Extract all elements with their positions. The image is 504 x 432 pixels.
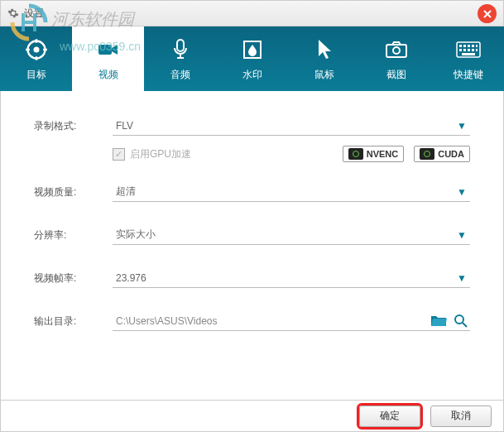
svg-rect-5 bbox=[98, 45, 112, 55]
keyboard-icon bbox=[455, 36, 482, 63]
gpu-checkbox[interactable]: ✓ bbox=[113, 148, 125, 161]
gpu-label: 启用GPU加速 bbox=[130, 147, 333, 161]
svg-point-22 bbox=[455, 315, 463, 324]
camera-icon bbox=[383, 36, 410, 63]
search-icon[interactable] bbox=[454, 314, 468, 329]
microphone-icon bbox=[167, 36, 194, 63]
tab-label: 水印 bbox=[242, 68, 262, 82]
svg-point-4 bbox=[33, 46, 39, 52]
svg-rect-15 bbox=[476, 45, 478, 47]
svg-rect-18 bbox=[468, 49, 470, 51]
tab-label: 视频 bbox=[98, 68, 118, 82]
tabs: 目标 视频 音频 水印 鼠标 截图 快捷键 bbox=[0, 26, 504, 91]
gear-icon bbox=[7, 7, 19, 19]
close-icon[interactable] bbox=[478, 4, 497, 23]
tab-label: 目标 bbox=[26, 68, 46, 82]
fps-value: 23.976 bbox=[116, 272, 146, 284]
tab-label: 快捷键 bbox=[454, 68, 483, 82]
tab-label: 鼠标 bbox=[314, 68, 334, 82]
cursor-icon bbox=[311, 36, 338, 63]
chevron-down-icon: ▼ bbox=[457, 272, 467, 284]
cuda-badge: CUDA bbox=[414, 146, 470, 162]
resolution-value: 实际大小 bbox=[116, 228, 156, 242]
svg-rect-11 bbox=[459, 45, 462, 47]
svg-rect-14 bbox=[472, 45, 474, 47]
svg-rect-6 bbox=[177, 40, 184, 51]
chevron-down-icon: ▼ bbox=[457, 120, 467, 132]
video-icon bbox=[95, 36, 122, 63]
svg-rect-20 bbox=[476, 49, 478, 51]
svg-rect-16 bbox=[459, 49, 462, 51]
chevron-down-icon: ▼ bbox=[457, 186, 467, 198]
svg-point-9 bbox=[393, 47, 400, 54]
droplet-icon bbox=[239, 36, 266, 63]
tab-audio[interactable]: 音频 bbox=[144, 26, 216, 91]
tab-shortcut[interactable]: 快捷键 bbox=[432, 26, 504, 91]
cancel-button[interactable]: 取消 bbox=[430, 406, 492, 427]
ok-button[interactable]: 确定 bbox=[359, 406, 420, 427]
svg-rect-19 bbox=[472, 49, 474, 51]
tab-label: 截图 bbox=[386, 68, 406, 82]
chevron-down-icon: ▼ bbox=[457, 229, 467, 241]
resolution-label: 分辨率: bbox=[34, 228, 113, 242]
tab-target[interactable]: 目标 bbox=[0, 26, 72, 91]
svg-rect-17 bbox=[463, 49, 466, 51]
quality-label: 视频质量: bbox=[34, 185, 113, 199]
tab-screenshot[interactable]: 截图 bbox=[360, 26, 432, 91]
nvidia-eye-icon bbox=[348, 148, 363, 160]
quality-value: 超清 bbox=[116, 185, 136, 199]
output-value: C:\Users\ASUS\Videos bbox=[116, 315, 218, 327]
fps-select[interactable]: 23.976 ▼ bbox=[113, 268, 470, 288]
window-title: 设置 bbox=[24, 7, 44, 21]
tab-video[interactable]: 视频 bbox=[72, 26, 144, 91]
folder-open-icon[interactable] bbox=[430, 314, 447, 329]
output-label: 输出目录: bbox=[34, 314, 113, 329]
resolution-select[interactable]: 实际大小 ▼ bbox=[113, 225, 470, 245]
format-label: 录制格式: bbox=[34, 119, 113, 133]
settings-content: 录制格式: FLV ▼ ✓ 启用GPU加速 NVENC CUDA 视频质量: 超… bbox=[0, 91, 504, 401]
nvidia-eye-icon bbox=[420, 148, 434, 160]
target-icon bbox=[23, 36, 50, 63]
svg-rect-12 bbox=[463, 45, 466, 47]
footer: 确定 取消 bbox=[0, 401, 504, 432]
titlebar: 设置 bbox=[0, 0, 504, 26]
output-path[interactable]: C:\Users\ASUS\Videos bbox=[113, 311, 470, 331]
tab-mouse[interactable]: 鼠标 bbox=[288, 26, 360, 91]
fps-label: 视频帧率: bbox=[34, 271, 113, 286]
svg-rect-13 bbox=[468, 45, 470, 47]
tab-watermark[interactable]: 水印 bbox=[216, 26, 288, 91]
svg-rect-21 bbox=[462, 53, 475, 55]
tab-label: 音频 bbox=[170, 68, 190, 82]
quality-select[interactable]: 超清 ▼ bbox=[113, 182, 470, 202]
format-value: FLV bbox=[116, 120, 133, 132]
nvenc-badge: NVENC bbox=[343, 146, 405, 162]
format-select[interactable]: FLV ▼ bbox=[113, 116, 470, 136]
